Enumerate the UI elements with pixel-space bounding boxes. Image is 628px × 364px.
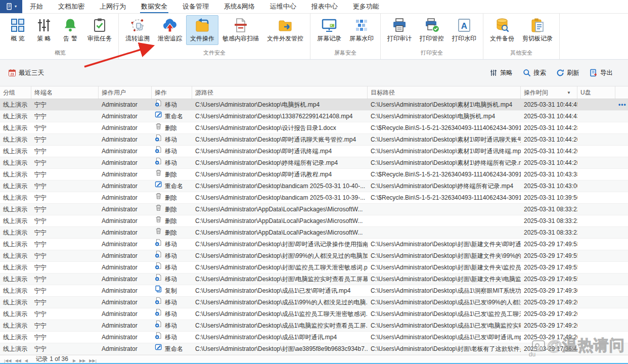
ribbon-button-screen-watermark[interactable]: 屏幕水印 xyxy=(345,15,378,45)
pager-next-1-button[interactable]: ▶▶ xyxy=(79,358,85,363)
table-row[interactable]: 线上演示宁宁Administrator移动C:\Users\Administra… xyxy=(0,239,628,250)
cell-usb xyxy=(577,146,615,157)
pager-next-0-button[interactable]: ▶ xyxy=(73,358,76,363)
ribbon-button-label: 屏幕水印 xyxy=(349,34,374,43)
cell-user: Administrator xyxy=(99,262,152,273)
date-filter-button[interactable]: 23 最近三天 xyxy=(8,69,44,77)
ribbon-button-file-outgoing-control[interactable]: 文件外发管控 xyxy=(263,15,307,45)
table-row[interactable]: 线上演示宁宁Administrator重命名C:\Users\Administr… xyxy=(0,180,628,192)
cell-dst: C:\Users\Administrator\Desktop\封面\新建文件夹\… xyxy=(368,262,521,273)
table-row[interactable]: 线上演示宁宁Administrator移动C:\Users\Administra… xyxy=(0,274,628,285)
ribbon-button-alert[interactable]: 告 警 xyxy=(57,15,83,45)
table-row[interactable]: 线上演示宁宁Administrator移动C:\Users\Administra… xyxy=(0,332,628,343)
column-header-source-path[interactable]: 源路径 xyxy=(192,86,368,99)
column-label: 操作用户 xyxy=(102,88,126,97)
ribbon-button-label: 审批任务 xyxy=(87,34,112,43)
svg-text:A: A xyxy=(461,21,467,31)
cell-group: 线上演示 xyxy=(0,262,31,273)
table-row[interactable]: 线上演示宁宁Administrator移动C:\Users\Administra… xyxy=(0,146,628,157)
table-row[interactable]: 线上演示宁宁Administrator移动C:\Users\Administra… xyxy=(0,308,628,320)
cell-time: 2025-03-29 17:49:55 xyxy=(521,262,577,273)
table-row[interactable]: 线上演示宁宁Administrator删除C:\Users\Administra… xyxy=(0,227,628,239)
cell-spacer xyxy=(615,180,628,192)
ribbon-button-sensitive-scan[interactable]: 敏感内容扫描 xyxy=(218,15,263,45)
search-button[interactable]: 搜索 xyxy=(523,69,546,77)
operation-label: 移动 xyxy=(165,146,177,157)
column-header-usb[interactable]: U盘 xyxy=(577,86,615,99)
row-more-button[interactable]: ••• xyxy=(618,101,626,108)
table-row[interactable]: 线上演示宁宁Administrator移动C:\Users\Administra… xyxy=(0,262,628,274)
cell-usb xyxy=(577,308,615,320)
menu-tab-report-center[interactable]: 报表中心 xyxy=(304,0,345,13)
ribbon-button-print-audit[interactable]: 打印审计 xyxy=(383,15,416,45)
table-row[interactable]: 线上演示宁宁Administrator删除C:\Users\Administra… xyxy=(0,204,628,215)
table-row[interactable]: 线上演示宁宁Administrator移动C:\Users\Administra… xyxy=(0,297,628,308)
ribbon-button-screen-record[interactable]: 屏幕记录 xyxy=(313,15,345,45)
table-row[interactable]: 线上演示宁宁Administrator移动C:\Users\Administra… xyxy=(0,134,628,146)
file-operation-table: 分组终端名操作用户操作源路径目标路径操作时间▼U盘 线上演示宁宁Administ… xyxy=(0,86,628,355)
cell-op: 删除 xyxy=(152,227,192,238)
ribbon-button-file-operation[interactable]: 文件操作 xyxy=(186,15,218,45)
ribbon-button-print-watermark[interactable]: A打印水印 xyxy=(448,15,480,45)
cell-src: C:\Users\Administrator\Desktop\封面\ae3895… xyxy=(192,343,368,354)
column-header-operator[interactable]: 操作用户 xyxy=(99,86,152,99)
table-row[interactable]: 线上演示宁宁Administrator复制C:\Users\Administra… xyxy=(0,285,628,297)
menu-tab-system-network[interactable]: 系统&网络 xyxy=(216,0,262,13)
cell-dst: C:\Users\Administrator\Desktop\成品1\已发\99… xyxy=(368,297,521,308)
table-row[interactable]: 线上演示宁宁Administrator移动C:\Users\Administra… xyxy=(0,99,628,111)
table-row[interactable]: 线上演示宁宁Administrator移动C:\Users\Administra… xyxy=(0,157,628,169)
pager-next-2-button[interactable]: ▶▶| xyxy=(89,358,96,363)
rename-icon xyxy=(155,343,162,354)
ribbon-button-leak-trace[interactable]: 泄密追踪 xyxy=(154,15,186,45)
cell-group: 线上演示 xyxy=(0,122,31,133)
cell-terminal: 宁宁 xyxy=(31,169,99,180)
cell-dst: C:\$Recycle.Bin\S-1-5-21-326340493-11140… xyxy=(368,169,521,180)
menu-tab-ops-center[interactable]: 运维中心 xyxy=(262,0,304,13)
menu-tab-data-security[interactable]: 数据安全 xyxy=(133,0,175,13)
ribbon-button-clipboard-record[interactable]: 剪切板记录 xyxy=(518,15,557,45)
column-header-terminal[interactable]: 终端名 xyxy=(31,86,99,99)
cell-src: C:\Users\Administrator\Desktop\133876229… xyxy=(192,111,368,122)
policy-button[interactable]: 策略 xyxy=(489,69,513,77)
table-row[interactable]: 线上演示宁宁Administrator移动C:\Users\Administra… xyxy=(0,250,628,262)
column-header-target-path[interactable]: 目标路径 xyxy=(368,86,521,99)
ribbon-group-file-security: 流转追溯泄密追踪文件操作敏感内容扫描文件外发管控文件安全 xyxy=(119,14,310,59)
column-header-operation-time[interactable]: 操作时间▼ xyxy=(521,86,577,99)
refresh-button[interactable]: 刷新 xyxy=(556,69,579,77)
menu-tab-more-features[interactable]: 更多功能 xyxy=(345,0,387,13)
table-row[interactable]: 线上演示宁宁Administrator删除C:\Users\Administra… xyxy=(0,215,628,227)
ribbon-button-print-control[interactable]: 打印管控 xyxy=(416,15,448,45)
operation-label: 重命名 xyxy=(165,343,183,354)
app-menu-button[interactable]: ▾ xyxy=(0,0,22,13)
ribbon-button-approval-tasks[interactable]: 审批任务 xyxy=(83,15,116,45)
column-header-group[interactable]: 分组 xyxy=(0,86,31,99)
cell-dst: C:\Users\Administrator\Desktop\素材1\电脑拆机.… xyxy=(368,99,521,110)
cell-src: C:\Users\Administrator\Desktop\婷终端所有记录.m… xyxy=(192,157,368,168)
pager-prev-0-button[interactable]: |◀◀ xyxy=(4,358,11,363)
ribbon-button-flow-trace[interactable]: 流转追溯 xyxy=(121,15,154,45)
ribbon-button-overview[interactable]: 概 览 xyxy=(5,15,31,45)
operation-label: 移动 xyxy=(165,332,177,343)
filter-bar: 23 最近三天 策略搜索刷新导出 xyxy=(0,60,628,86)
column-header-operation[interactable]: 操作 xyxy=(152,86,192,99)
table-header-row: 分组终端名操作用户操作源路径目标路径操作时间▼U盘 xyxy=(0,86,628,99)
cell-op: 移动 xyxy=(152,332,192,343)
table-row[interactable]: 线上演示宁宁Administrator重命名C:\Users\Administr… xyxy=(0,111,628,122)
menu-tab-web-behavior[interactable]: 上网行为 xyxy=(92,0,133,13)
menu-tab-start[interactable]: 开始 xyxy=(22,0,51,13)
table-row[interactable]: 线上演示宁宁Administrator删除C:\Users\Administra… xyxy=(0,122,628,134)
table-row[interactable]: 线上演示宁宁Administrator移动C:\Users\Administra… xyxy=(0,320,628,332)
menu-tab-doc-encryption[interactable]: 文档加密 xyxy=(51,0,92,13)
table-row[interactable]: 线上演示宁宁Administrator重命名C:\Users\Administr… xyxy=(0,343,628,355)
cell-dst: C:\Users\Administrator\Desktop\封面\老板有了这款… xyxy=(368,343,521,354)
ribbon-button-file-backup[interactable]: 文件备份 xyxy=(486,15,518,45)
pager-prev-2-button[interactable]: ◀ xyxy=(25,358,28,363)
table-row[interactable]: 线上演示宁宁Administrator删除C:\Users\Administra… xyxy=(0,169,628,180)
export-button[interactable]: 导出 xyxy=(590,69,613,77)
table-row[interactable]: 线上演示宁宁Administrator删除C:\Users\Administra… xyxy=(0,192,628,204)
cell-spacer xyxy=(615,332,628,343)
ribbon-button-policy[interactable]: 策 略 xyxy=(31,15,57,45)
menu-tab-device-management[interactable]: 设备管理 xyxy=(175,0,216,13)
cell-user: Administrator xyxy=(99,285,152,296)
pager-prev-1-button[interactable]: ◀◀ xyxy=(15,358,21,363)
